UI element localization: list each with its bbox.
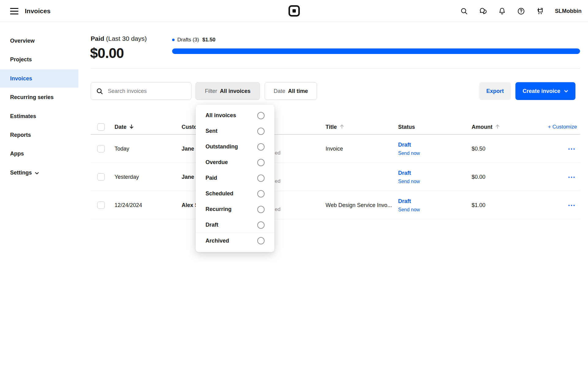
filter-option-recurring[interactable]: Recurring xyxy=(196,201,274,217)
invoices-page: Invoices SLMobbin Overview Projects Invo xyxy=(0,0,588,368)
row-checkbox[interactable] xyxy=(97,173,105,181)
sidebar: Overview Projects Invoices Recurring ser… xyxy=(0,22,78,368)
filter-option-overdue[interactable]: Overdue xyxy=(196,155,274,170)
column-header-date[interactable]: Date xyxy=(115,124,134,130)
divider xyxy=(91,68,580,69)
filter-option-sent[interactable]: Sent xyxy=(196,123,274,139)
help-icon[interactable] xyxy=(517,7,525,15)
invoice-amount: $0.00 xyxy=(472,174,485,180)
search-invoices-box xyxy=(91,82,191,100)
table-row[interactable]: Yesterday Jane ed Draft Send now $0.00 •… xyxy=(91,163,580,191)
table-header-row: Date Customer Title Status Amount + Cust… xyxy=(91,120,580,135)
column-header-title[interactable]: Title xyxy=(326,124,345,130)
sidebar-item-recurring-series[interactable]: Recurring series xyxy=(0,88,78,106)
search-invoices-input[interactable] xyxy=(108,88,186,94)
sidebar-item-overview[interactable]: Overview xyxy=(0,32,78,50)
table-row[interactable]: Today Jane ed Invoice Draft Send now $0.… xyxy=(91,135,580,163)
radio-button[interactable] xyxy=(257,237,265,244)
invoice-customer: Jane xyxy=(182,145,194,152)
status-badge: Draft xyxy=(398,141,420,148)
obscured-text-fragment: ed xyxy=(275,206,281,213)
sidebar-item-invoices[interactable]: Invoices xyxy=(0,69,78,88)
invoice-date: 12/24/2024 xyxy=(115,202,142,208)
filter-option-all-invoices[interactable]: All invoices xyxy=(196,108,274,123)
chevron-down-icon xyxy=(564,89,568,94)
row-checkbox[interactable] xyxy=(97,201,105,209)
sidebar-item-apps[interactable]: Apps xyxy=(0,144,78,163)
select-all-checkbox[interactable] xyxy=(97,123,105,131)
paid-amount: $0.00 xyxy=(90,45,124,61)
sidebar-item-estimates[interactable]: Estimates xyxy=(0,107,78,125)
column-header-amount[interactable]: Amount xyxy=(472,124,500,130)
page-title: Invoices xyxy=(25,0,51,22)
send-now-link[interactable]: Send now xyxy=(398,207,420,212)
search-icon xyxy=(96,87,104,95)
create-invoice-button[interactable]: Create invoice xyxy=(515,82,575,100)
row-actions-menu[interactable]: ••• xyxy=(568,174,576,179)
sidebar-item-projects[interactable]: Projects xyxy=(0,50,78,69)
invoice-status-cell: Draft Send now xyxy=(398,141,420,156)
sort-asc-arrow-icon xyxy=(339,124,345,129)
invoice-title: Web Design Service Invo... xyxy=(326,202,392,208)
filter-option-archived[interactable]: Archived xyxy=(196,233,274,248)
filter-option-scheduled[interactable]: Scheduled xyxy=(196,186,274,201)
invoice-customer: Jane xyxy=(182,174,194,180)
obscured-text-fragment: ed xyxy=(275,178,281,184)
radio-button[interactable] xyxy=(257,143,265,151)
top-bar-actions: SLMobbin xyxy=(460,0,582,22)
column-header-status: Status xyxy=(398,124,415,130)
invoice-amount: $1.00 xyxy=(472,202,485,208)
sidebar-item-settings[interactable]: Settings xyxy=(0,163,78,182)
sort-asc-arrow-icon xyxy=(495,124,500,129)
filter-dropdown-button[interactable]: Filter All invoices xyxy=(195,82,260,100)
status-badge: Draft xyxy=(398,170,420,176)
drafts-summary: Drafts (3) $1.50 xyxy=(172,37,215,43)
sidebar-item-reports[interactable]: Reports xyxy=(0,126,78,144)
radio-button[interactable] xyxy=(257,159,265,166)
chevron-down-icon xyxy=(35,171,39,175)
notifications-bell-icon[interactable] xyxy=(498,7,506,15)
filter-option-outstanding[interactable]: Outstanding xyxy=(196,139,274,155)
radio-button[interactable] xyxy=(257,128,265,135)
paid-summary-label: Paid (Last 30 days) xyxy=(91,35,147,42)
invoice-amount: $0.50 xyxy=(472,145,485,152)
filter-option-draft[interactable]: Draft xyxy=(196,217,274,233)
row-actions-menu[interactable]: ••• xyxy=(568,146,576,151)
drafts-dot-icon xyxy=(172,39,175,41)
search-icon[interactable] xyxy=(460,7,468,15)
status-badge: Draft xyxy=(398,198,420,204)
export-button[interactable]: Export xyxy=(479,82,511,100)
customize-columns-link[interactable]: + Customize xyxy=(548,124,577,130)
filter-option-paid[interactable]: Paid xyxy=(196,170,274,186)
invoice-date: Yesterday xyxy=(115,174,139,180)
send-now-link[interactable]: Send now xyxy=(398,150,420,156)
radio-button[interactable] xyxy=(257,174,265,182)
account-menu[interactable]: SLMobbin xyxy=(555,8,582,14)
sort-desc-arrow-icon xyxy=(129,124,134,129)
square-logo-icon xyxy=(288,5,300,17)
invoice-toolbar: Filter All invoices Date All time Export… xyxy=(91,82,580,100)
drafts-progress-bar xyxy=(172,48,580,54)
invoice-status-cell: Draft Send now xyxy=(398,170,420,184)
main-content: Paid (Last 30 days) $0.00 Drafts (3) $1.… xyxy=(91,22,580,368)
obscured-text-fragment: ed xyxy=(275,150,281,156)
invoice-title: Invoice xyxy=(326,145,343,152)
radio-button[interactable] xyxy=(257,190,265,197)
messages-icon[interactable] xyxy=(479,7,487,15)
row-checkbox[interactable] xyxy=(97,145,105,152)
radio-button[interactable] xyxy=(257,206,265,213)
radio-button[interactable] xyxy=(257,221,265,229)
invoice-status-cell: Draft Send now xyxy=(398,198,420,212)
drafts-amount: $1.50 xyxy=(202,37,216,43)
row-actions-menu[interactable]: ••• xyxy=(568,202,576,208)
cart-icon[interactable] xyxy=(536,7,544,15)
table-row[interactable]: 12/24/2024 Alex S ed Web Design Service … xyxy=(91,191,580,219)
date-dropdown-button[interactable]: Date All time xyxy=(265,82,317,100)
radio-button[interactable] xyxy=(257,112,265,119)
filter-dropdown-menu: All invoices Sent Outstanding Overdue Pa… xyxy=(196,105,274,252)
drafts-label: Drafts (3) xyxy=(177,37,199,43)
send-now-link[interactable]: Send now xyxy=(398,178,420,184)
invoice-date: Today xyxy=(115,145,129,152)
hamburger-menu-icon[interactable] xyxy=(10,7,18,15)
invoices-table: Date Customer Title Status Amount + Cust… xyxy=(91,120,580,219)
